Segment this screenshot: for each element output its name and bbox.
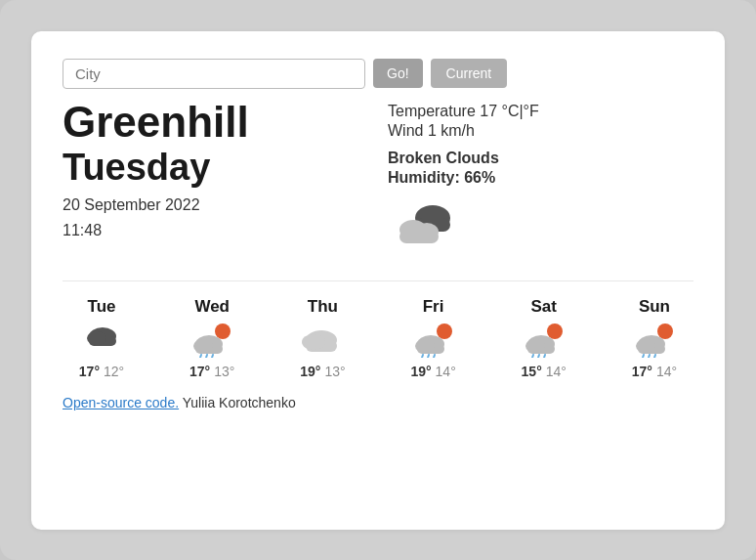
forecast-day-5: Sun 17° 14° — [615, 297, 693, 379]
city-name: Greenhill — [63, 99, 368, 146]
svg-point-21 — [415, 339, 435, 353]
svg-point-17 — [302, 334, 325, 350]
weather-card: Go! Current Greenhill Tuesday 20 Septemb… — [31, 31, 725, 530]
humidity-text: Humidity: 66% — [388, 169, 693, 187]
date-text: 20 September 2022 — [63, 196, 368, 214]
forecast-day-0: Tue 17° 12° — [63, 297, 141, 379]
go-button[interactable]: Go! — [373, 59, 423, 88]
right-info: Temperature 17 °C|°F Wind 1 km/h Broken … — [368, 99, 693, 253]
temperature-text: Temperature 17 °C|°F — [388, 103, 693, 120]
svg-point-4 — [415, 223, 439, 240]
svg-line-37 — [648, 355, 650, 358]
svg-line-22 — [421, 355, 423, 358]
forecast-day-name-5: Sun — [639, 297, 670, 317]
forecast-day-1: Wed 17° 13° — [173, 297, 251, 379]
svg-point-28 — [525, 339, 545, 353]
svg-line-38 — [653, 355, 655, 358]
open-source-link[interactable]: Open-source code. — [63, 395, 179, 410]
outer-frame: Go! Current Greenhill Tuesday 20 Septemb… — [0, 0, 756, 560]
svg-point-25 — [547, 323, 563, 339]
forecast-day-name-2: Thu — [308, 297, 338, 317]
forecast-icon-3 — [411, 323, 456, 358]
forecast-day-name-0: Tue — [88, 297, 116, 317]
svg-line-36 — [642, 355, 644, 358]
forecast-section: Tue 17° 12° Wed — [63, 280, 693, 379]
forecast-day-2: Thu 19° 13° — [283, 297, 361, 379]
svg-line-14 — [211, 355, 213, 358]
svg-line-13 — [205, 355, 207, 358]
svg-point-35 — [636, 339, 655, 353]
current-button[interactable]: Current — [431, 59, 508, 88]
svg-line-12 — [199, 355, 201, 358]
wind-text: Wind 1 km/h — [388, 122, 693, 140]
forecast-temps-0: 17° 12° — [79, 364, 124, 379]
forecast-temps-4: 15° 14° — [522, 364, 567, 379]
broken-clouds-svg — [388, 202, 456, 253]
svg-line-23 — [427, 355, 429, 358]
forecast-icon-0 — [79, 323, 124, 358]
city-input[interactable] — [63, 59, 365, 89]
svg-point-32 — [657, 323, 673, 339]
forecast-icon-4 — [522, 323, 567, 358]
svg-line-29 — [531, 355, 533, 358]
forecast-temps-1: 17° 13° — [189, 364, 234, 379]
footer: Open-source code. Yuliia Korotchenko — [63, 395, 693, 410]
search-row: Go! Current — [63, 59, 693, 89]
forecast-day-3: Fri 19° 14° — [395, 297, 473, 379]
condition-text: Broken Clouds — [388, 150, 693, 167]
main-content: Greenhill Tuesday 20 September 2022 11:4… — [63, 99, 693, 253]
svg-line-24 — [433, 355, 435, 358]
forecast-icon-5 — [632, 323, 677, 358]
day-name: Tuesday — [63, 148, 368, 189]
forecast-day-4: Sat 15° 14° — [505, 297, 583, 379]
forecast-icon-2 — [300, 323, 345, 358]
forecast-icon-1 — [189, 323, 234, 358]
forecast-temps-5: 17° 14° — [632, 364, 677, 379]
forecast-day-name-4: Sat — [531, 297, 557, 317]
svg-point-7 — [87, 331, 106, 345]
forecast-day-name-3: Fri — [423, 297, 444, 317]
author-text: Yuliia Korotchenko — [179, 395, 296, 410]
svg-line-31 — [543, 355, 545, 358]
current-weather-icon — [388, 202, 693, 253]
forecast-temps-3: 19° 14° — [410, 364, 455, 379]
svg-point-11 — [193, 339, 213, 353]
left-info: Greenhill Tuesday 20 September 2022 11:4… — [63, 99, 368, 239]
svg-line-30 — [537, 355, 539, 358]
svg-point-18 — [437, 323, 452, 339]
svg-point-8 — [215, 323, 231, 339]
forecast-day-name-1: Wed — [194, 297, 230, 317]
forecast-temps-2: 19° 13° — [300, 364, 345, 379]
time-text: 11:48 — [63, 222, 368, 239]
